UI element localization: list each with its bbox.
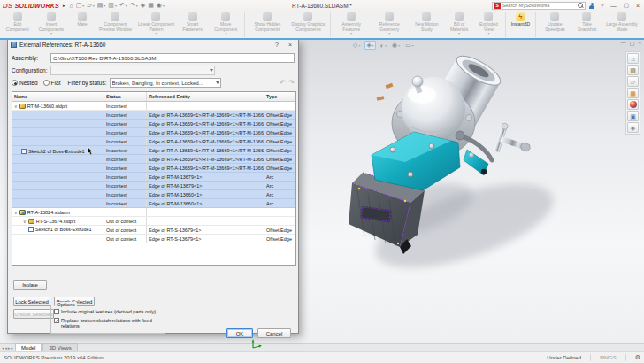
table-row[interactable]: In contextEdge of RT-A-13659<1>/RT-M-136… (12, 155, 295, 164)
solidworks-resources-icon[interactable]: ⌂ (627, 53, 639, 64)
nested-radio[interactable] (12, 80, 18, 86)
table-row[interactable]: In contextEdge of RT-A-13659<1>/RT-M-136… (12, 111, 295, 120)
column-header-type[interactable]: Type (264, 92, 295, 101)
isolate-button[interactable]: Isolate (13, 280, 47, 290)
include-original-features-checkbox[interactable] (54, 309, 59, 314)
view-orientation-icon[interactable]: ◈▾ (364, 41, 375, 50)
select-icon[interactable]: ◈ (141, 2, 145, 9)
doc-minimize-icon[interactable]: — (621, 40, 626, 46)
replace-broken-relations-checkbox[interactable]: ✓ (54, 318, 59, 323)
search-input[interactable] (502, 3, 576, 8)
unlock-selected-button[interactable]: Unlock Selected (13, 309, 54, 319)
tab-scroll-icon[interactable]: ▸ (8, 345, 11, 351)
zoom-fit-icon[interactable]: ◇▾ (352, 42, 361, 49)
close-button[interactable]: × (634, 3, 641, 9)
ribbon-button-insert-components[interactable]: Insert Components▾ (33, 12, 69, 38)
ribbon-button-assembly-features[interactable]: Assembly Features▾ (333, 12, 370, 38)
dialog-close-button[interactable]: × (285, 42, 295, 48)
ribbon-button-update-speedpak[interactable]: Update Speedpak (538, 12, 572, 38)
ribbon-button-show-hidden-components[interactable]: Show Hidden Components (247, 12, 288, 38)
tab-3d-views[interactable]: 3D Views (42, 343, 77, 351)
view-settings-icon[interactable]: ▭▾ (404, 42, 415, 49)
menu-expand-arrow[interactable]: ▸ (63, 3, 65, 8)
display-style-icon[interactable]: ◐▾ (380, 42, 387, 49)
ribbon-button-mate[interactable]: Mate (69, 12, 95, 38)
table-row[interactable]: In contextEdge of RT-A-13659<1>/RT-M-136… (12, 137, 295, 146)
tab-model[interactable]: Model (15, 343, 42, 351)
hide-show-items-icon[interactable]: ◉▾ (391, 42, 401, 49)
graphics-area[interactable]: ◇▾◈▾◐▾◉▾▭▾ — ▢ × ⌂▤▱▦▣◈ (0, 40, 644, 351)
assembly-path-field[interactable]: C:\Giro\XT100 Rev B\RT-A-13660.SLDASM (50, 53, 295, 63)
custom-properties-icon[interactable]: ▣ (627, 111, 639, 121)
ribbon-button-new-motion-study[interactable]: New Motion Study (410, 12, 445, 38)
configuration-dropdown[interactable] (50, 66, 215, 75)
help-button[interactable]: ? (599, 3, 606, 9)
search-box[interactable]: S (492, 2, 586, 10)
table-row[interactable]: ∨RT-M-13660.sldprtIn context (12, 102, 295, 111)
ribbon-button-display-graphics-components[interactable]: Display Graphics Components (288, 12, 328, 38)
tab-scroll-icon[interactable]: ◂ (2, 345, 4, 351)
ok-button[interactable]: OK (226, 328, 253, 338)
print-icon[interactable]: ▥▾ (108, 2, 117, 9)
expand-chevron-icon[interactable]: ∨ (14, 104, 18, 109)
view-palette-icon[interactable]: ▦ (627, 88, 639, 98)
options-icon[interactable]: ◉▾ (157, 2, 165, 9)
ribbon-button-instant3d[interactable]: ϟInstant3D (508, 12, 533, 38)
refresh-references-icon[interactable]: ↷ (288, 79, 295, 87)
table-row[interactable]: In contextEdge of RT-M-13679<1>Arc (12, 182, 295, 190)
table-row[interactable]: In contextEdge of RT-A-13659<1>/RT-M-136… (12, 128, 295, 137)
ribbon-button-large-assembly-mode[interactable]: Large Assembly Mode (602, 12, 642, 38)
file-explorer-icon[interactable]: ▱ (627, 76, 639, 87)
table-row[interactable]: In contextEdge of RT-A-13659<1>/RT-M-136… (12, 120, 295, 128)
expand-chevron-icon[interactable]: ∨ (14, 210, 18, 215)
table-row[interactable]: In contextEdge of RT-M-13679<1>Arc (12, 173, 295, 182)
lock-selected-button[interactable]: Lock Selected (13, 297, 50, 306)
column-header-referenced-entity[interactable]: Referenced Entity (147, 92, 264, 101)
tab-scroll-icon[interactable]: ◂ (5, 345, 8, 351)
dialog-title-bar[interactable]: External References: RT-A-13660 ? × (8, 40, 298, 50)
user-account-icon[interactable] (589, 3, 595, 9)
doc-restore-icon[interactable]: ▢ (630, 40, 635, 46)
ribbon-button-move-component[interactable]: Move Component▾ (209, 12, 243, 38)
ribbon-button-component-preview-window[interactable]: Component Preview Window (95, 12, 135, 38)
ribbon-button-bill-of-materials[interactable]: Bill of Materials▾ (444, 12, 474, 38)
undo-icon[interactable]: ↶▾ (119, 2, 127, 9)
units-indicator[interactable]: MMGS (600, 355, 617, 360)
3d-model-viewport[interactable] (318, 50, 588, 307)
cancel-button[interactable]: Cancel (257, 328, 291, 338)
search-icon[interactable] (578, 3, 583, 8)
minimize-button[interactable]: — (609, 3, 618, 9)
table-row[interactable]: In contextEdge of RT-A-13659<1>/RT-M-136… (12, 164, 295, 173)
appearances-scenes-icon[interactable] (627, 99, 639, 110)
expand-chevron-icon[interactable]: ∨ (23, 219, 27, 224)
save-icon[interactable]: ▤▾ (97, 2, 106, 9)
column-header-name[interactable]: Name (12, 92, 104, 101)
open-icon[interactable]: ▱▾ (87, 2, 94, 9)
tab-scroll-icon[interactable]: ▸ (12, 345, 14, 351)
list-external-refs-icon[interactable]: ↶ (280, 79, 287, 87)
design-library-icon[interactable]: ▤ (627, 65, 639, 75)
ribbon-button-edit-component[interactable]: Edit Component (2, 12, 33, 38)
flat-radio[interactable] (43, 80, 50, 86)
redo-icon[interactable]: ↷▾ (130, 2, 138, 9)
restore-button[interactable]: ▢ (622, 2, 631, 9)
table-row[interactable]: In contextEdge of RT-M-13660<1>Arc (12, 190, 295, 199)
pack-and-go-icon[interactable]: ◈ (627, 122, 639, 133)
ribbon-button-linear-component-pattern[interactable]: Linear Component Pattern▾ (135, 12, 176, 38)
ribbon-button-smart-fasteners[interactable]: Smart Fasteners (176, 12, 208, 38)
column-header-status[interactable]: Status (104, 92, 147, 101)
gear-icon[interactable]: ⚙ (635, 354, 640, 361)
rebuild-icon[interactable]: ▦ (148, 2, 154, 9)
ribbon-button-reference-geometry[interactable]: Reference Geometry▾ (370, 12, 410, 38)
table-row[interactable]: ∨RT-A-13824.sldasm (12, 208, 295, 217)
home-icon[interactable]: ⌂ (69, 3, 73, 9)
new-document-icon[interactable]: ▢▾ (76, 2, 85, 9)
table-row[interactable]: Out of contextEdge of RT-S-13679<1>Offse… (12, 235, 295, 243)
table-row[interactable]: ∨RT-S-13674.sldprtOut of context (12, 217, 295, 226)
ribbon-button-exploded-view[interactable]: Exploded View▾ (474, 12, 503, 38)
table-row[interactable]: In contextEdge of RT-M-13660<1>Arc (12, 199, 295, 208)
dialog-help-button[interactable]: ? (272, 42, 282, 48)
filter-status-dropdown[interactable]: Broken, Dangling, In context, Locked... (110, 78, 221, 88)
ribbon-button-take-snapshot[interactable]: Take Snapshot (572, 12, 602, 38)
doc-close-icon[interactable]: × (638, 40, 641, 46)
